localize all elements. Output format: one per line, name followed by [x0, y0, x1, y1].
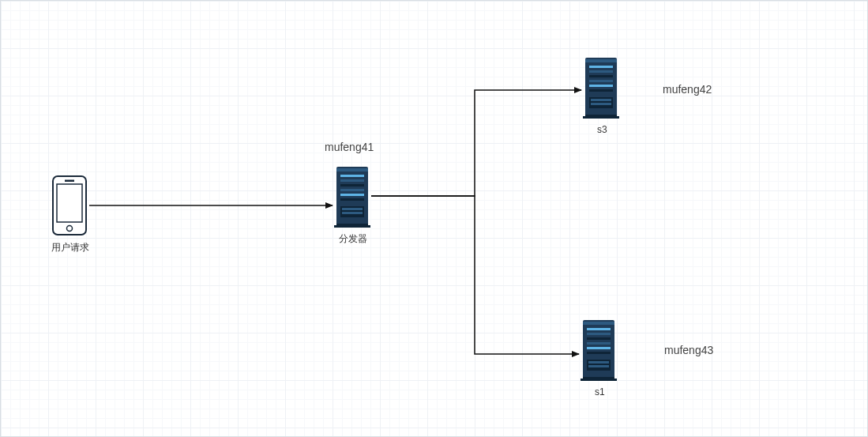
svg-rect-33: [587, 333, 611, 335]
edge-dispatcher-s1: [371, 196, 579, 354]
svg-rect-39: [588, 361, 609, 364]
s1-caption: s1: [595, 386, 605, 397]
s3-title: mufeng42: [663, 83, 712, 96]
svg-rect-21: [589, 75, 613, 77]
svg-rect-9: [340, 189, 364, 191]
phone-icon: [53, 176, 86, 235]
svg-rect-34: [587, 337, 611, 340]
svg-rect-6: [340, 175, 364, 177]
svg-rect-40: [588, 365, 609, 367]
s1-title: mufeng43: [664, 344, 713, 356]
svg-rect-16: [334, 225, 370, 228]
svg-rect-31: [583, 322, 614, 325]
server-icon-s3: [583, 58, 619, 119]
diagram-canvas: 用户请求 mufeng41 分发器 mufeng42 s3 mufeng43 s…: [0, 0, 868, 437]
svg-rect-14: [342, 212, 363, 214]
svg-rect-22: [589, 80, 613, 82]
svg-rect-26: [591, 99, 611, 101]
svg-rect-11: [340, 198, 364, 201]
svg-rect-20: [589, 70, 613, 73]
svg-rect-1: [57, 184, 82, 222]
svg-rect-35: [587, 342, 611, 345]
svg-rect-37: [587, 352, 611, 354]
svg-rect-23: [589, 85, 613, 87]
s3-caption: s3: [597, 124, 607, 135]
svg-rect-32: [587, 328, 611, 330]
svg-rect-3: [65, 180, 74, 183]
dispatcher-caption: 分发器: [339, 232, 367, 246]
svg-rect-24: [589, 89, 613, 92]
svg-rect-36: [587, 347, 611, 349]
svg-rect-8: [340, 184, 364, 186]
server-icon-dispatcher: [334, 167, 370, 228]
diagram-svg: [1, 1, 868, 437]
client-caption: 用户请求: [51, 241, 89, 254]
edge-dispatcher-s3: [371, 90, 581, 196]
svg-rect-19: [589, 66, 613, 68]
svg-rect-18: [585, 59, 617, 62]
server-icon-s1: [581, 320, 617, 381]
svg-rect-13: [342, 208, 363, 210]
svg-rect-29: [583, 116, 619, 119]
svg-rect-7: [340, 179, 364, 182]
svg-rect-27: [591, 103, 611, 105]
svg-rect-42: [581, 379, 617, 381]
dispatcher-title: mufeng41: [325, 141, 374, 153]
svg-rect-5: [336, 168, 368, 171]
svg-rect-10: [340, 194, 364, 196]
